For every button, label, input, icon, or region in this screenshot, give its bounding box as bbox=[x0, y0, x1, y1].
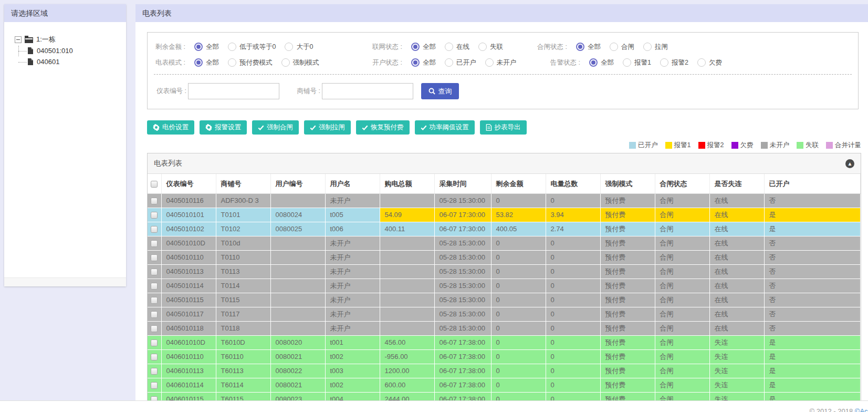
table-cell: 合闸 bbox=[655, 393, 709, 401]
radio-option[interactable]: 全部 bbox=[589, 58, 614, 67]
radio-icon[interactable] bbox=[285, 43, 293, 51]
radio-icon[interactable] bbox=[643, 43, 652, 51]
radio-icon[interactable] bbox=[228, 43, 236, 51]
row-checkbox[interactable] bbox=[151, 283, 158, 290]
tree-child-label[interactable]: 040501:010 bbox=[37, 47, 73, 55]
radio-icon[interactable] bbox=[589, 58, 598, 67]
radio-option[interactable]: 全部 bbox=[411, 43, 436, 52]
action-button[interactable]: 恢复预付费 bbox=[356, 120, 410, 135]
row-checkbox[interactable] bbox=[151, 198, 158, 204]
table-cell: 05-28 15:30:00 bbox=[434, 251, 491, 265]
radio-option[interactable]: 预付费模式 bbox=[228, 58, 273, 67]
table-row: 0406010113T601130080022t0031200.0006-07 … bbox=[148, 364, 861, 378]
radio-option[interactable]: 全部 bbox=[194, 58, 219, 67]
radio-icon[interactable] bbox=[576, 43, 584, 51]
table-cell: T60115 bbox=[216, 393, 270, 401]
table-cell bbox=[270, 293, 325, 307]
radio-icon[interactable] bbox=[411, 43, 420, 51]
radio-icon[interactable] bbox=[411, 58, 420, 67]
radio-option[interactable]: 强制模式 bbox=[281, 58, 319, 67]
meter-no-input[interactable] bbox=[188, 83, 279, 99]
radio-icon[interactable] bbox=[228, 58, 236, 67]
action-button[interactable]: 功率阈值设置 bbox=[415, 120, 475, 135]
row-checkbox[interactable] bbox=[151, 396, 158, 400]
tree-root-label[interactable]: 1:一栋 bbox=[36, 35, 56, 44]
action-button[interactable]: 强制拉闸 bbox=[304, 120, 351, 135]
table-row: 0405010118T0118未开户05-28 15:30:0000预付费合闸在… bbox=[148, 322, 861, 336]
radio-option[interactable]: 全部 bbox=[576, 43, 601, 52]
row-checkbox[interactable] bbox=[151, 226, 158, 233]
radio-icon[interactable] bbox=[610, 43, 618, 51]
radio-option[interactable]: 低于或等于0 bbox=[228, 43, 276, 52]
radio-icon[interactable] bbox=[194, 43, 203, 51]
search-button[interactable]: 查询 bbox=[421, 83, 459, 99]
radio-option[interactable]: 全部 bbox=[194, 43, 219, 52]
radio-option[interactable]: 拉闸 bbox=[643, 43, 668, 52]
row-checkbox[interactable] bbox=[151, 354, 158, 360]
tree-collapse-icon[interactable] bbox=[15, 36, 22, 43]
select-all-checkbox[interactable] bbox=[151, 181, 158, 188]
action-button[interactable]: 电价设置 bbox=[147, 120, 194, 135]
shop-no-input[interactable] bbox=[322, 83, 413, 99]
main-body: 剩余金额 :全部低于或等于0大于0联网状态 :全部在线失联合闸状态 :全部合闸拉… bbox=[135, 32, 868, 400]
radio-option[interactable]: 合闸 bbox=[610, 43, 634, 52]
tree-child-label[interactable]: 040601 bbox=[37, 58, 59, 66]
row-checkbox[interactable] bbox=[151, 382, 158, 389]
radio-option[interactable]: 失联 bbox=[478, 43, 503, 52]
legend-label: 已开户 bbox=[638, 141, 658, 150]
table-cell: 0405010110 bbox=[161, 251, 216, 265]
radio-label: 预付费模式 bbox=[239, 58, 273, 67]
radio-icon[interactable] bbox=[445, 43, 453, 51]
filter-group: 开户状态 :全部已开户未开户 bbox=[370, 58, 516, 67]
radio-option[interactable]: 未开户 bbox=[485, 58, 517, 67]
radio-icon[interactable] bbox=[623, 58, 631, 67]
tree-child-node[interactable]: 040501:010 bbox=[24, 47, 126, 55]
collapse-panel-icon[interactable]: ▲ bbox=[845, 159, 854, 168]
table-cell: 0 bbox=[491, 322, 546, 336]
table-cell: 0 bbox=[491, 364, 546, 378]
meter-panel-title: 电表列表 bbox=[135, 4, 868, 22]
row-checkbox[interactable] bbox=[151, 368, 158, 375]
radio-icon[interactable] bbox=[485, 58, 494, 67]
radio-icon[interactable] bbox=[445, 58, 453, 67]
radio-option[interactable]: 报警1 bbox=[623, 58, 651, 67]
tree-root-node[interactable]: 1:一栋 bbox=[15, 35, 126, 44]
radio-icon[interactable] bbox=[478, 43, 487, 51]
radio-icon[interactable] bbox=[281, 58, 290, 67]
action-button[interactable]: 抄表导出 bbox=[480, 120, 527, 135]
table-cell: 未开户 bbox=[325, 265, 380, 279]
filter-group: 告警状态 :全部报警1报警2欠费 bbox=[548, 58, 722, 67]
file-icon bbox=[28, 47, 33, 54]
radio-option[interactable]: 全部 bbox=[411, 58, 436, 67]
radio-icon[interactable] bbox=[660, 58, 668, 67]
filter-box: 剩余金额 :全部低于或等于0大于0联网状态 :全部在线失联合闸状态 :全部合闸拉… bbox=[147, 32, 859, 109]
row-checkbox[interactable] bbox=[151, 269, 158, 275]
radio-option[interactable]: 报警2 bbox=[660, 58, 688, 67]
radio-icon[interactable] bbox=[697, 58, 706, 67]
action-button[interactable]: 强制合闸 bbox=[252, 120, 299, 135]
radio-label: 已开户 bbox=[456, 58, 476, 67]
check-icon bbox=[421, 125, 427, 131]
table-row: 0405010115T0115未开户05-28 15:30:0000预付费合闸在… bbox=[148, 293, 861, 307]
column-header: 合闸状态 bbox=[655, 174, 709, 194]
brand-link[interactable]: ©Acrel bbox=[855, 407, 868, 412]
row-checkbox[interactable] bbox=[151, 212, 158, 219]
radio-option[interactable]: 已开户 bbox=[445, 58, 476, 67]
radio-option[interactable]: 大于0 bbox=[285, 43, 313, 52]
row-checkbox[interactable] bbox=[151, 311, 158, 318]
action-button[interactable]: 报警设置 bbox=[200, 120, 247, 135]
legend-item: 报警2 bbox=[698, 141, 724, 150]
radio-icon[interactable] bbox=[194, 58, 203, 67]
row-checkbox[interactable] bbox=[151, 240, 158, 247]
row-checkbox[interactable] bbox=[151, 254, 158, 261]
table-cell: 1200.00 bbox=[380, 364, 434, 378]
row-checkbox[interactable] bbox=[151, 297, 158, 304]
table-cell: 预付费 bbox=[600, 208, 655, 222]
region-panel: 请选择区域 1:一栋 040501:010040601 bbox=[4, 4, 126, 286]
radio-option[interactable]: 在线 bbox=[445, 43, 469, 52]
radio-label: 全部 bbox=[206, 58, 219, 67]
row-checkbox[interactable] bbox=[151, 325, 158, 332]
tree-child-node[interactable]: 040601 bbox=[24, 58, 126, 66]
radio-option[interactable]: 欠费 bbox=[697, 58, 722, 67]
row-checkbox[interactable] bbox=[151, 339, 158, 346]
